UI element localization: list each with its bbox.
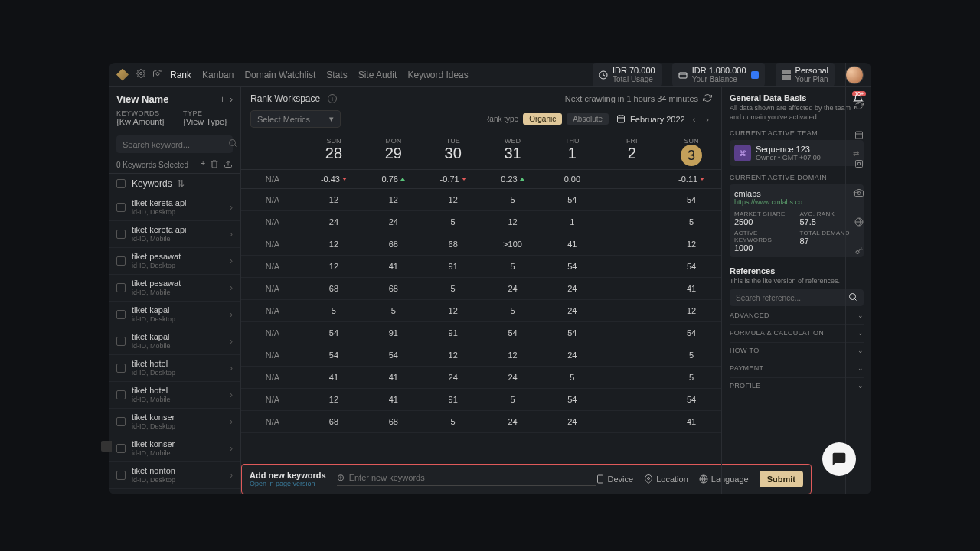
keyword-checkbox[interactable] [116, 390, 126, 399]
rank-cell[interactable]: 5 [423, 278, 483, 300]
rank-type-organic[interactable]: Organic [523, 113, 562, 125]
rank-cell[interactable]: 5 [423, 411, 483, 433]
select-all-checkbox[interactable] [116, 179, 126, 188]
nav-keyword-ideas[interactable]: Keyword Ideas [407, 70, 468, 80]
rail-globe-icon[interactable] [853, 216, 865, 228]
topup-icon[interactable] [751, 71, 759, 79]
rank-cell[interactable]: 41 [364, 256, 423, 278]
rank-cell[interactable] [602, 322, 662, 344]
app-logo[interactable] [116, 69, 129, 81]
device-option[interactable]: Device [596, 474, 634, 484]
rail-key-icon[interactable] [853, 245, 865, 257]
keyword-checkbox[interactable] [116, 230, 126, 239]
rank-cell[interactable]: 41 [364, 389, 423, 411]
rank-cell[interactable]: 12 [304, 389, 364, 411]
keyword-checkbox[interactable] [116, 471, 126, 480]
open-page-link[interactable]: Open in page version [250, 480, 326, 487]
nav-site-audit[interactable]: Site Audit [358, 70, 397, 80]
rank-cell[interactable]: 24 [542, 344, 602, 367]
keyword-search-input[interactable] [122, 140, 228, 149]
rail-calendar-icon[interactable] [853, 129, 865, 141]
accordion-item[interactable]: ADVANCED⌄ [730, 308, 864, 323]
calendar-icon[interactable] [616, 114, 626, 125]
keyword-row[interactable]: tiket kapalid-ID, Desktop› [109, 302, 240, 328]
rank-cell[interactable]: 5 [483, 189, 543, 211]
rank-cell[interactable]: 5 [662, 367, 721, 389]
keyword-row[interactable]: tiket konserid-ID, Mobile› [109, 435, 240, 462]
nav-kanban[interactable]: Kanban [202, 70, 234, 80]
rank-cell[interactable]: 12 [304, 233, 364, 256]
rail-camera-icon[interactable] [853, 187, 865, 199]
rank-cell[interactable]: 91 [423, 389, 483, 411]
keyword-row[interactable]: tiket konserid-ID, Desktop› [109, 409, 240, 435]
rank-type-absolute[interactable]: Absolute [567, 113, 609, 125]
rank-cell[interactable]: 91 [423, 322, 483, 344]
rank-cell[interactable]: 12 [423, 300, 483, 322]
nav-rank[interactable]: Rank [170, 70, 191, 80]
rank-cell[interactable]: 5 [364, 300, 423, 322]
rank-cell[interactable] [602, 233, 662, 256]
rank-cell[interactable]: 54 [662, 256, 721, 278]
keyword-checkbox[interactable] [116, 310, 126, 319]
next-view-icon[interactable]: › [230, 94, 233, 105]
rank-cell[interactable]: 54 [304, 322, 364, 344]
collapse-handle[interactable] [101, 441, 112, 452]
keyword-checkbox[interactable] [116, 364, 126, 373]
keyword-row[interactable]: tiket hotelid-ID, Desktop› [109, 355, 240, 382]
reference-search[interactable] [730, 289, 864, 306]
keyword-checkbox[interactable] [116, 256, 126, 266]
rank-cell[interactable]: 12 [483, 211, 543, 233]
accordion-item[interactable]: HOW TO⌄ [730, 342, 864, 358]
rank-cell[interactable]: 5 [423, 211, 483, 233]
rank-cell[interactable]: 54 [542, 189, 602, 211]
rank-cell[interactable]: 68 [423, 233, 483, 256]
accordion-item[interactable]: PROFILE⌄ [730, 377, 864, 393]
rank-cell[interactable]: 68 [304, 278, 364, 300]
accordion-item[interactable]: FORMULA & CALCULATION⌄ [730, 324, 864, 341]
keyword-checkbox[interactable] [116, 337, 126, 346]
rank-cell[interactable]: 1 [542, 211, 602, 233]
rank-cell[interactable]: 5 [483, 389, 543, 411]
rank-cell[interactable]: 41 [662, 278, 721, 300]
export-icon[interactable] [224, 159, 233, 170]
keyword-checkbox[interactable] [116, 417, 126, 426]
rank-cell[interactable]: 54 [662, 189, 721, 211]
rank-cell[interactable]: 24 [364, 211, 423, 233]
rank-cell[interactable] [602, 300, 662, 322]
rank-cell[interactable]: 12 [423, 189, 483, 211]
team-card[interactable]: ⌘ Sequence 123Owner • GMT +07.00 ⇄ [730, 140, 864, 166]
location-option[interactable]: Location [644, 474, 688, 484]
keyword-row[interactable]: tiket kereta apiid-ID, Desktop› [109, 194, 240, 221]
rank-cell[interactable] [602, 189, 662, 211]
keyword-row[interactable]: tiket nontonid-ID, Desktop› [109, 462, 240, 489]
add-view-icon[interactable]: + [220, 94, 225, 105]
rank-cell[interactable]: 12 [483, 344, 543, 367]
rank-cell[interactable]: 12 [364, 189, 423, 211]
rank-cell[interactable]: 24 [483, 411, 543, 433]
balance-badge[interactable]: IDR 1.080.000Your Balance [672, 63, 765, 86]
keyword-row[interactable]: tiket pesawatid-ID, Mobile› [109, 275, 240, 302]
rank-cell[interactable]: 54 [364, 344, 423, 367]
camera-icon[interactable] [153, 69, 162, 80]
rank-cell[interactable]: 5 [542, 367, 602, 389]
rank-cell[interactable]: 5 [304, 300, 364, 322]
select-metrics-dropdown[interactable]: Select Metrics ▾ [250, 110, 341, 128]
rank-cell[interactable]: 5 [483, 300, 543, 322]
keyword-row[interactable]: tiket hotelid-ID, Mobile› [109, 382, 240, 409]
rank-cell[interactable]: 5 [483, 256, 543, 278]
sort-icon[interactable]: ⇅ [177, 178, 185, 189]
rank-cell[interactable]: 54 [542, 322, 602, 344]
keyword-checkbox[interactable] [116, 283, 126, 292]
nav-stats[interactable]: Stats [326, 70, 347, 80]
info-icon[interactable]: i [328, 94, 337, 103]
keyword-search[interactable] [116, 135, 233, 153]
rank-cell[interactable]: 54 [304, 344, 364, 367]
rank-cell[interactable]: 41 [542, 233, 602, 256]
reference-search-input[interactable] [736, 294, 848, 302]
accordion-item[interactable]: PAYMENT⌄ [730, 360, 864, 376]
rank-cell[interactable] [602, 411, 662, 433]
rank-cell[interactable]: 12 [304, 189, 364, 211]
rank-cell[interactable]: 24 [542, 411, 602, 433]
delete-keyword-icon[interactable] [210, 159, 219, 170]
rank-cell[interactable] [602, 367, 662, 389]
